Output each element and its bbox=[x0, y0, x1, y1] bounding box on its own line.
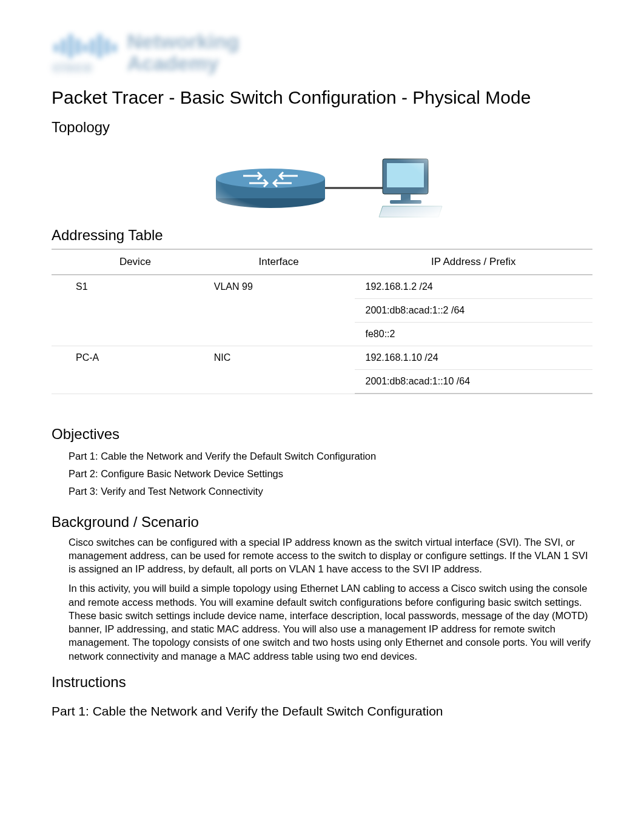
col-interface: Interface bbox=[203, 249, 355, 275]
col-device: Device bbox=[52, 249, 203, 275]
svg-rect-1 bbox=[61, 39, 65, 55]
cell-interface: NIC bbox=[203, 346, 355, 394]
objective-item: Part 3: Verify and Test Network Connecti… bbox=[69, 483, 592, 500]
svg-rect-14 bbox=[401, 194, 411, 200]
svg-point-11 bbox=[216, 169, 325, 188]
cell-ip: 192.168.1.10 /24 bbox=[355, 346, 593, 370]
svg-rect-6 bbox=[98, 34, 102, 58]
cell-interface: VLAN 99 bbox=[203, 275, 355, 346]
heading-background: Background / Scenario bbox=[52, 514, 592, 531]
cisco-wordmark: cisco bbox=[53, 59, 118, 75]
addressing-table: Device Interface IP Address / Prefix S1 … bbox=[52, 249, 592, 394]
cell-ip: 2001:db8:acad:1::10 /64 bbox=[355, 370, 593, 394]
brand-line2: Academy bbox=[127, 53, 239, 75]
heading-objectives: Objectives bbox=[52, 426, 592, 443]
svg-rect-3 bbox=[76, 39, 80, 55]
svg-rect-7 bbox=[105, 39, 109, 55]
cisco-bars-icon: cisco bbox=[52, 30, 118, 75]
background-para-1: Cisco switches can be configured with a … bbox=[69, 535, 592, 576]
background-para-2: In this activity, you will build a simpl… bbox=[69, 582, 592, 663]
cell-ip: 2001:db8:acad:1::2 /64 bbox=[355, 299, 593, 323]
brand-text: Networking Academy bbox=[127, 31, 239, 74]
heading-instructions: Instructions bbox=[52, 674, 592, 691]
svg-rect-5 bbox=[90, 39, 95, 55]
cell-device: PC-A bbox=[52, 346, 203, 394]
pc-icon bbox=[379, 159, 442, 217]
objective-item: Part 2: Configure Basic Network Device S… bbox=[69, 465, 592, 483]
objectives-list: Part 1: Cable the Network and Verify the… bbox=[69, 448, 592, 500]
col-ip: IP Address / Prefix bbox=[355, 249, 593, 275]
switch-icon bbox=[216, 169, 325, 208]
table-header-row: Device Interface IP Address / Prefix bbox=[52, 249, 592, 275]
svg-rect-13 bbox=[387, 163, 424, 187]
topology-diagram bbox=[201, 141, 443, 220]
brand-logo: cisco Networking Academy bbox=[52, 30, 592, 75]
svg-rect-4 bbox=[83, 44, 87, 52]
svg-rect-15 bbox=[390, 200, 421, 204]
brand-line1: Networking bbox=[127, 31, 239, 53]
svg-rect-8 bbox=[112, 44, 116, 52]
table-row: S1 VLAN 99 192.168.1.2 /24 bbox=[52, 275, 592, 299]
heading-addressing-table: Addressing Table bbox=[52, 227, 592, 244]
page-title: Packet Tracer - Basic Switch Configurati… bbox=[52, 87, 592, 108]
svg-rect-0 bbox=[54, 44, 58, 52]
heading-part1: Part 1: Cable the Network and Verify the… bbox=[52, 704, 592, 719]
cell-ip: fe80::2 bbox=[355, 323, 593, 346]
cell-device: S1 bbox=[52, 275, 203, 346]
table-row: PC-A NIC 192.168.1.10 /24 bbox=[52, 346, 592, 370]
heading-topology: Topology bbox=[52, 119, 592, 136]
cell-ip: 192.168.1.2 /24 bbox=[355, 275, 593, 299]
objective-item: Part 1: Cable the Network and Verify the… bbox=[69, 448, 592, 465]
svg-rect-2 bbox=[69, 34, 73, 58]
